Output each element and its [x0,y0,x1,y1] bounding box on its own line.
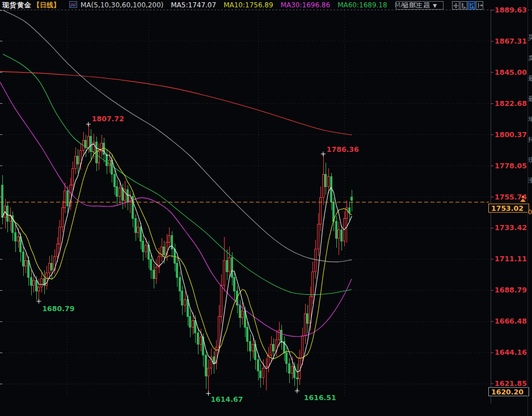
candle-body [142,241,144,252]
candle-body [181,291,183,305]
candle-body [171,235,173,249]
candle-body [64,191,66,208]
candle-body [297,377,298,379]
candle-body [49,264,50,273]
candle-body [252,344,254,351]
candle-body [325,174,327,186]
candle-body [305,313,306,336]
ma-value-label: MA30:1696.86 [281,1,331,9]
candle-body [140,227,142,241]
candle-body [18,237,19,241]
candle-body [72,168,74,185]
axis-scale-active-icon [469,3,475,9]
candle-body [281,330,282,342]
candle-body [242,311,243,317]
candle-body [59,227,61,244]
right-panel-clipped-labels: 买卖最最增持现涨0 [528,34,532,216]
candle-body [234,277,235,291]
candle-body [90,137,92,152]
candle-body [127,189,129,202]
candle-body [197,333,199,345]
candle-body [36,280,37,291]
ma30-line [0,82,352,337]
right-panel-label: 最 [528,75,532,95]
theme-select-button[interactable]: 全部主题 ▼ [396,1,444,10]
candle-body [341,230,343,241]
axis-scale-icon-button[interactable] [460,1,467,10]
ma-group-label: MA(5,10,30,60,100,200) [81,1,163,9]
candle-body [208,368,209,376]
pan-tool-icon-button[interactable] [452,1,459,10]
axis-price-label: 1778.05 [495,162,527,170]
axis-price-label: 1688.79 [495,286,527,294]
candle-body [28,261,29,278]
candle-body [150,259,152,270]
right-panel-label: 涨 [528,177,532,197]
candle-body [336,222,337,239]
axis-price-label: 1711.11 [495,254,527,263]
candle-body [57,244,58,256]
candle-body [263,368,264,377]
chart-header: 现货黄金 【日线】 MA(5,10,30,60,100,200) MA5:174… [2,1,418,10]
high-price-annotation: 1786.36 [327,145,359,154]
candle-body [260,371,261,377]
candle-body [155,268,157,279]
right-panel-label: 最 [528,95,532,116]
candle-body [163,247,165,255]
pan-tool-icon [453,3,459,9]
candle-body [153,270,155,279]
candle-body [51,264,53,270]
candle-body [320,198,322,224]
candle-body [292,367,293,373]
axis-scale-active-icon-button[interactable] [468,1,475,10]
symbol-title: 现货黄金 [2,1,32,10]
candle-body [323,174,324,198]
axis-price-label: 1733.42 [495,223,527,232]
axis-price-label: 1666.48 [495,317,527,325]
shift-right-icon [477,3,483,9]
candle-body [38,287,40,291]
candle-body [205,355,207,376]
candle-body [221,286,222,316]
candle-body [229,258,230,272]
axis-price-label: 1822.68 [495,99,527,108]
axis-price-label: 1644.16 [495,348,527,356]
right-panel-label: 现 [528,156,532,177]
candle-body [318,224,319,249]
candle-body [98,152,100,163]
candle-body [231,258,233,277]
candle-body [218,316,220,347]
candle-body [273,344,275,351]
candle-body [351,197,353,201]
ma-value-label: MA5:1747.07 [171,1,216,9]
chart-toolbar: 全部主题 ▼ [396,1,483,10]
candle-body [176,264,178,278]
right-panel-label: 增 [528,116,532,136]
candle-body [189,316,191,328]
low-price-annotation: 1616.51 [304,393,336,402]
shift-right-icon-button[interactable] [476,1,483,10]
right-panel-label: 买 [528,34,532,54]
right-panel-label: 持 [528,136,532,156]
candle-body [23,252,24,266]
low-price-label: 1620.20 [491,388,523,396]
candle-body [116,186,118,196]
low-price-indicator: 1620.20 [489,388,529,396]
candle-body [137,227,139,233]
axis-price-label: 1845.00 [495,68,527,77]
ma100-line [3,10,352,262]
axis-scale-icon [461,3,467,9]
candle-body [289,364,290,373]
right-panel-value: 0 [528,209,532,216]
ma-values: MA5:1747.07MA10:1756.89MA30:1696.86MA60:… [163,1,418,9]
candle-body [119,188,121,197]
candle-body [226,261,228,272]
axis-price-label: 1800.37 [495,130,527,139]
candle-body [338,230,340,238]
grid-layer [0,10,532,397]
candle-body [328,177,330,186]
candle-body [31,277,32,286]
chart-canvas[interactable]: 1807.721786.361680.791614.671616.511889.… [0,0,532,416]
candle-body [77,156,79,164]
candle-body [200,337,202,344]
